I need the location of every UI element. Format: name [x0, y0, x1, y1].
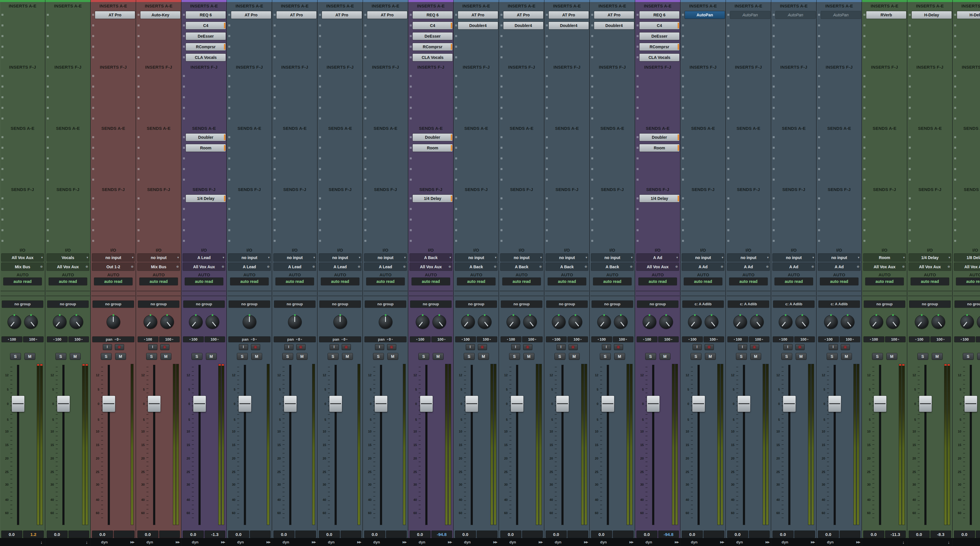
- solo-button[interactable]: S: [963, 353, 974, 360]
- pan-value-left[interactable]: ◂100: [546, 337, 566, 342]
- mute-button[interactable]: M: [297, 353, 307, 360]
- sends-a-e-slot-1[interactable]: [681, 132, 725, 142]
- inserts-f-j-slot-3[interactable]: [273, 92, 317, 102]
- inserts-a-e-slot-3[interactable]: [92, 31, 135, 41]
- group-selector[interactable]: no group: [864, 301, 905, 307]
- io-input-button[interactable]: no input▾: [455, 254, 497, 261]
- sends-a-e-slot-4[interactable]: [409, 164, 453, 174]
- pan-value[interactable]: pan◂0▸: [319, 337, 361, 342]
- inserts-f-j-slot-5[interactable]: [318, 114, 362, 123]
- pan-knob-right[interactable]: [569, 315, 582, 329]
- sends-a-e-slot-2[interactable]: [681, 143, 725, 153]
- level-meter[interactable]: [222, 364, 224, 525]
- sends-f-j-slot-5[interactable]: [908, 236, 951, 245]
- io-input-button[interactable]: no input▾: [274, 254, 316, 261]
- inserts-f-j-slot-1[interactable]: [92, 71, 135, 81]
- inserts-a-e-slot-5[interactable]: [908, 53, 951, 62]
- inserts-a-e-slot-2[interactable]: Doubler4: [591, 21, 634, 30]
- inserts-f-j-slot-3[interactable]: [455, 92, 498, 102]
- sends-a-e-slot-4[interactable]: [46, 164, 89, 174]
- inserts-f-j-slot-4[interactable]: [636, 103, 679, 113]
- fader-track[interactable]: [244, 365, 246, 525]
- pan-value-right[interactable]: 100▸: [431, 337, 452, 342]
- clip-indicator[interactable]: [902, 364, 904, 366]
- inserts-f-j-slot-5[interactable]: [545, 114, 589, 123]
- pan-value-left[interactable]: ◂100: [682, 337, 703, 342]
- automation-mode-button[interactable]: auto read: [911, 278, 949, 285]
- pan-knob-left[interactable]: [53, 315, 66, 329]
- inserts-a-e-slot-2[interactable]: [92, 21, 135, 30]
- dyn-selector[interactable]: dyn: [691, 540, 697, 544]
- inserts-a-e-plugin-button[interactable]: AT Pro: [277, 11, 317, 19]
- playlist-arrows-icon[interactable]: ▶▶: [357, 540, 361, 544]
- fader-track[interactable]: [789, 365, 790, 525]
- group-selector[interactable]: no group: [955, 301, 980, 307]
- inserts-a-e-plugin-button[interactable]: RComprsr: [186, 43, 226, 51]
- inserts-a-e-plugin-button[interactable]: RComprsr: [640, 43, 679, 51]
- dyn-selector[interactable]: dyn: [736, 540, 743, 544]
- fader-handle[interactable]: [102, 396, 115, 412]
- inserts-a-e-slot-5[interactable]: CLA Vocals: [409, 53, 453, 62]
- inserts-f-j-slot-1[interactable]: [863, 71, 906, 81]
- pan-value-right[interactable]: 100▸: [659, 337, 679, 342]
- mute-button[interactable]: M: [887, 353, 897, 360]
- io-output-button[interactable]: All Vox Aux⊕: [864, 263, 906, 271]
- clip-indicator[interactable]: [40, 364, 43, 366]
- fader-track[interactable]: [63, 365, 64, 525]
- inserts-f-j-slot-4[interactable]: [318, 103, 362, 113]
- inserts-a-e-plugin-button[interactable]: CLA Vocals: [186, 54, 226, 61]
- pan-value-right[interactable]: 100▸: [159, 337, 180, 342]
- sends-a-e-slot-4[interactable]: [364, 164, 407, 174]
- io-output-button[interactable]: A Ad⊕: [773, 263, 815, 271]
- pan-value-left[interactable]: ◂100: [183, 337, 204, 342]
- solo-button[interactable]: S: [10, 353, 21, 360]
- pan-value-left[interactable]: ◂100: [773, 337, 793, 342]
- sends-f-j-slot-5[interactable]: [500, 236, 543, 245]
- sends-a-e-slot-1[interactable]: Doubler: [409, 132, 453, 142]
- solo-button[interactable]: S: [691, 353, 701, 360]
- sends-f-j-slot-3[interactable]: [863, 215, 906, 224]
- sends-a-e-slot-2[interactable]: Room: [409, 143, 453, 153]
- sends-a-e-slot-3[interactable]: [92, 154, 135, 163]
- fader-handle[interactable]: [239, 396, 251, 412]
- pan-knob-right[interactable]: [70, 315, 83, 329]
- io-input-button[interactable]: A Back▾: [410, 254, 452, 261]
- level-meter[interactable]: [811, 364, 814, 525]
- sends-a-e-slot-2[interactable]: [772, 143, 816, 153]
- inserts-a-e-plugin-button[interactable]: H-Delay: [957, 11, 980, 19]
- sends-f-j-slot-5[interactable]: [772, 236, 816, 245]
- pan-value-left[interactable]: ◂100: [955, 337, 975, 342]
- inserts-a-e-slot-1[interactable]: AT Pro: [455, 10, 498, 19]
- sends-f-j-slot-1[interactable]: [318, 194, 362, 203]
- inserts-a-e-slot-4[interactable]: [954, 42, 980, 51]
- pan-knob-left[interactable]: [961, 315, 974, 329]
- mute-button[interactable]: M: [70, 353, 80, 360]
- level-meter[interactable]: [218, 364, 221, 525]
- level-meter[interactable]: [899, 364, 901, 525]
- inserts-f-j-slot-5[interactable]: [137, 114, 180, 123]
- fader-handle[interactable]: [738, 396, 750, 412]
- collapse-arrow-icon[interactable]: ↓: [948, 540, 950, 544]
- inserts-a-e-plugin-button[interactable]: REQ 6: [413, 11, 453, 19]
- io-input-button[interactable]: 1/4 Delay▾: [909, 254, 951, 261]
- sends-f-j-slot-2[interactable]: [364, 204, 407, 214]
- inserts-f-j-slot-5[interactable]: [92, 114, 135, 123]
- sends-a-e-slot-1[interactable]: [500, 132, 543, 142]
- inserts-a-e-slot-3[interactable]: [364, 31, 407, 41]
- sends-a-e-slot-1[interactable]: [273, 132, 317, 142]
- dyn-selector[interactable]: dyn: [827, 540, 834, 544]
- inserts-f-j-slot-3[interactable]: [636, 92, 679, 102]
- io-input-button[interactable]: no input▾: [591, 254, 633, 261]
- dyn-selector[interactable]: dyn: [101, 540, 108, 544]
- inserts-f-j-slot-4[interactable]: [954, 103, 980, 113]
- inserts-a-e-slot-2[interactable]: Doubler4: [545, 21, 589, 30]
- inserts-a-e-slot-1[interactable]: AutoPan: [772, 10, 816, 19]
- sends-f-j-slot-2[interactable]: [545, 204, 589, 214]
- group-selector[interactable]: no group: [229, 301, 270, 307]
- inserts-a-e-slot-5[interactable]: [318, 53, 362, 62]
- sends-f-j-slot-2[interactable]: [46, 204, 89, 214]
- sends-a-e-slot-5[interactable]: [818, 175, 861, 185]
- inserts-a-e-slot-5[interactable]: [954, 53, 980, 62]
- inserts-a-e-slot-3[interactable]: [500, 31, 543, 41]
- fader-track[interactable]: [335, 365, 337, 525]
